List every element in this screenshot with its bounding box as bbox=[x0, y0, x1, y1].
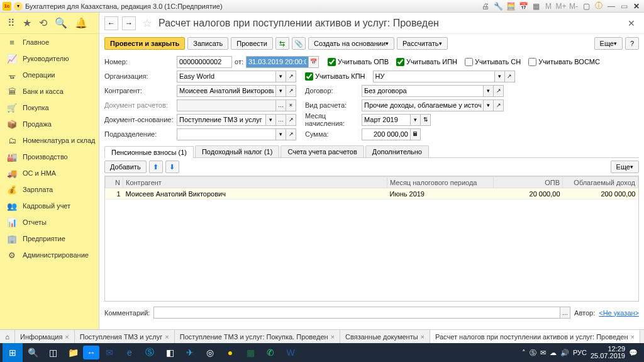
kpn-input[interactable] bbox=[373, 71, 495, 82]
help-button[interactable]: ? bbox=[625, 37, 639, 50]
bottom-tab[interactable]: Информация× bbox=[15, 330, 75, 343]
create-based-dropdown[interactable]: Создать на основании bbox=[308, 37, 394, 50]
x-icon[interactable]: × bbox=[286, 99, 296, 111]
1c-icon[interactable]: ● bbox=[220, 343, 240, 362]
bottom-tab[interactable]: Связанные документы× bbox=[340, 330, 430, 343]
dropdown-icon[interactable]: ▾ bbox=[276, 85, 286, 97]
chk-sn[interactable]: Учитывать СН bbox=[465, 58, 521, 66]
search-icon[interactable]: 🔍 bbox=[55, 17, 67, 29]
search-button[interactable]: 🔍 bbox=[23, 343, 43, 362]
sidebar-item-operations[interactable]: ᚗОперации bbox=[0, 67, 99, 83]
month-input[interactable] bbox=[362, 114, 411, 126]
move-down-button[interactable]: ⬇ bbox=[165, 161, 179, 173]
tab-close-icon[interactable]: × bbox=[331, 333, 335, 341]
m-minus-icon[interactable]: M- bbox=[569, 1, 579, 11]
sidebar-item-enterprise[interactable]: 🏢Предприятие bbox=[0, 230, 99, 247]
whatsapp-icon[interactable]: ✆ bbox=[260, 343, 280, 362]
tool-icon[interactable]: 🔧 bbox=[493, 1, 503, 11]
edge-icon[interactable]: e bbox=[119, 343, 140, 362]
favorite-star-icon[interactable]: ☆ bbox=[142, 16, 152, 30]
app-icon[interactable]: ◧ bbox=[160, 343, 180, 362]
chk-kpn[interactable]: Учитывать КПН bbox=[305, 72, 365, 81]
close-icon[interactable]: ✕ bbox=[631, 1, 641, 11]
dropdown-icon[interactable]: ▾ bbox=[276, 128, 286, 140]
author-link[interactable]: <Не указан> bbox=[599, 309, 639, 317]
outlook-icon[interactable]: ✉ bbox=[99, 343, 119, 362]
tab-income-tax[interactable]: Подоходный налог (1) bbox=[195, 145, 279, 157]
skype-icon[interactable]: Ⓢ bbox=[140, 343, 160, 362]
chk-opv[interactable]: Учитывать ОПВ bbox=[328, 58, 389, 66]
taskview-button[interactable]: ◫ bbox=[43, 343, 63, 362]
open-icon[interactable]: ↗ bbox=[286, 85, 296, 97]
open-icon[interactable]: ↗ bbox=[505, 71, 515, 82]
bottom-tab-active[interactable]: Расчет налогов при поступлении активов и… bbox=[430, 330, 640, 343]
table-more-dropdown[interactable]: Еще bbox=[611, 161, 639, 173]
attachment-button[interactable]: 📎 bbox=[292, 37, 306, 50]
history-icon[interactable]: ⟲ bbox=[39, 17, 47, 29]
dropdown-icon[interactable]: ▾ bbox=[484, 99, 494, 111]
calc-icon[interactable]: 🖩 bbox=[411, 128, 421, 140]
tab-close-icon[interactable]: × bbox=[65, 333, 69, 341]
move-up-button[interactable]: ⬆ bbox=[149, 161, 163, 173]
sum-input[interactable] bbox=[362, 128, 411, 140]
sidebar-item-production[interactable]: 🏭Производство bbox=[0, 149, 99, 165]
print-icon[interactable]: 🖨 bbox=[480, 1, 491, 11]
chk-ipn[interactable]: Учитывать ИПН bbox=[396, 58, 457, 66]
sidebar-item-reports[interactable]: 📊Отчеты bbox=[0, 214, 99, 230]
box-icon[interactable]: ▢ bbox=[581, 1, 591, 11]
dropdown-icon[interactable]: ▾ bbox=[266, 114, 276, 126]
bottom-tab[interactable]: Поступление ТМЗ и услуг: Покупка. Провед… bbox=[175, 330, 340, 343]
sidebar-item-sale[interactable]: 📦Продажа bbox=[0, 116, 99, 132]
number-input[interactable] bbox=[177, 56, 232, 68]
explorer-icon[interactable]: 📁 bbox=[63, 343, 83, 362]
teamviewer-icon[interactable]: ↔ bbox=[83, 346, 99, 359]
tab-close-icon[interactable]: × bbox=[421, 333, 425, 341]
post-and-close-button[interactable]: Провести и закрыть bbox=[104, 37, 185, 50]
telegram-icon[interactable]: ✈ bbox=[180, 343, 200, 362]
tray-clock[interactable]: 12:29 25.07.2019 bbox=[591, 346, 625, 359]
ctr-input[interactable] bbox=[177, 85, 276, 97]
open-icon[interactable]: ↗ bbox=[286, 128, 296, 140]
clear-icon[interactable]: … bbox=[276, 99, 286, 111]
start-button[interactable]: ⊞ bbox=[3, 343, 23, 362]
bell-icon[interactable]: 🔔 bbox=[75, 17, 87, 29]
bottom-tab[interactable]: Поступления ТМЗ и услуг× bbox=[75, 330, 175, 343]
post-button[interactable]: Провести bbox=[231, 37, 273, 50]
tab-accounts[interactable]: Счета учета расчетов bbox=[280, 145, 364, 157]
sidebar-item-admin[interactable]: ⚙Администрирование bbox=[0, 247, 99, 263]
sidebar-item-bank[interactable]: 🏛Банк и касса bbox=[0, 83, 99, 99]
maximize-icon[interactable]: ▭ bbox=[619, 1, 629, 11]
structure-button[interactable]: ⇆ bbox=[275, 37, 289, 50]
home-tab[interactable]: ⌂ bbox=[0, 330, 15, 343]
sidebar-item-salary[interactable]: 💰Зарплата bbox=[0, 181, 99, 198]
tray-outlook-icon[interactable]: ✉ bbox=[540, 349, 546, 357]
apps-icon[interactable]: ⠿ bbox=[8, 17, 15, 29]
tab-close-icon[interactable]: × bbox=[631, 333, 635, 341]
excel-icon[interactable]: ▦ bbox=[240, 343, 260, 362]
dropdown-icon[interactable]: ▾ bbox=[276, 71, 286, 82]
table-row[interactable]: 1 Моисеев Анатолий Викторович Июнь 2019 … bbox=[106, 188, 638, 200]
tray-cloud-icon[interactable]: ☁ bbox=[550, 349, 557, 357]
calendar-picker-icon[interactable]: 📅 bbox=[309, 56, 319, 68]
calendar-icon[interactable]: 📅 bbox=[518, 1, 528, 11]
tray-volume-icon[interactable]: 🔊 bbox=[560, 349, 569, 357]
open-icon[interactable]: ↗ bbox=[494, 99, 504, 111]
sidebar-item-stock[interactable]: 🗂Номенклатура и склад bbox=[0, 132, 99, 149]
tray-lang[interactable]: РУС bbox=[573, 349, 587, 356]
save-button[interactable]: Записать bbox=[187, 37, 228, 50]
m-plus-icon[interactable]: M+ bbox=[556, 1, 566, 11]
grid-icon[interactable]: ▦ bbox=[531, 1, 541, 11]
chk-vosms[interactable]: Учитывать ВОСМС bbox=[528, 58, 600, 66]
chrome-icon[interactable]: ◎ bbox=[200, 343, 220, 362]
tab-pension[interactable]: Пенсионные взносы (1) bbox=[104, 146, 194, 158]
dropdown-icon[interactable]: ▾ bbox=[495, 71, 505, 82]
more-icon[interactable]: … bbox=[560, 307, 570, 319]
add-row-button[interactable]: Добавить bbox=[104, 161, 147, 173]
dropdown-icon[interactable]: ▾ bbox=[411, 114, 421, 126]
sidebar-item-main[interactable]: ≡Главное bbox=[0, 34, 99, 50]
sidebar-item-purchase[interactable]: 🛒Покупка bbox=[0, 99, 99, 116]
open-icon[interactable]: ↗ bbox=[286, 114, 296, 126]
tray-chevron-icon[interactable]: ˄ bbox=[522, 349, 526, 357]
dog-input[interactable] bbox=[362, 85, 484, 97]
open-icon[interactable]: ↗ bbox=[494, 85, 504, 97]
